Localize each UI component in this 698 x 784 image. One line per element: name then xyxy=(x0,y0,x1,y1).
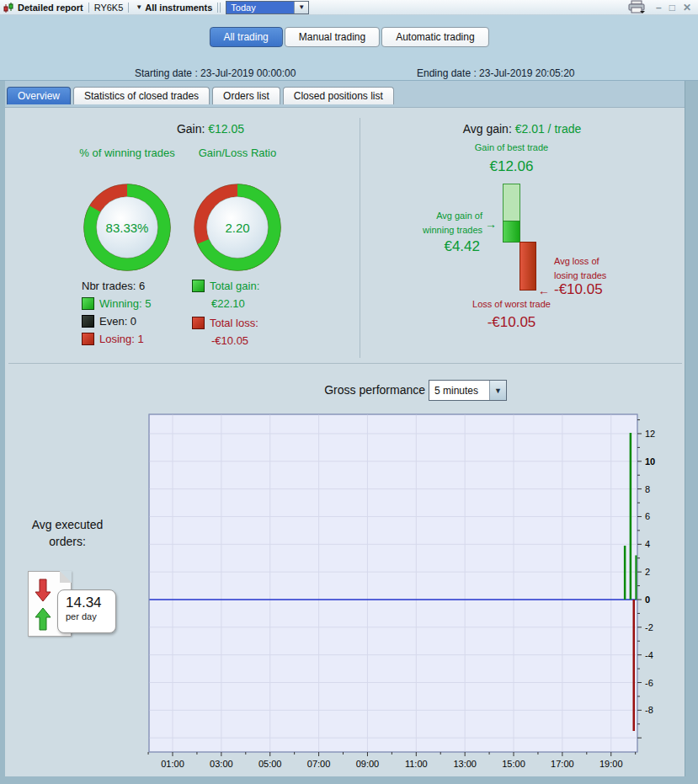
avg-gain-value: €2.01 / trade xyxy=(515,122,582,136)
interval-select-arrow-button[interactable]: ▼ xyxy=(489,381,506,400)
gain-label: Gain: xyxy=(177,122,205,136)
total-loss-swatch xyxy=(192,317,205,329)
tab-automatic-trading[interactable]: Automatic trading xyxy=(381,27,488,47)
tab-closed-positions[interactable]: Closed positions list xyxy=(283,87,394,104)
chevron-down-icon: ▼ xyxy=(298,3,305,11)
trades-legend: Nbr trades: 6 Winning: 5 Even: 0 Losing:… xyxy=(82,277,151,348)
avg-loss-label: Avg loss of losing trades xyxy=(554,254,621,282)
left-arrow-icon: ← xyxy=(538,284,550,297)
gain-summary: Gain: €12.05 xyxy=(76,122,345,136)
window-toolbar: Detailed report RY6K5 ▼ All instruments … xyxy=(0,0,698,15)
even-count: Even: 0 xyxy=(99,315,136,328)
svg-text:6: 6 xyxy=(645,511,650,521)
gain-loss-ratio-donut: 2.20 xyxy=(191,181,284,274)
losing-count: Losing: 1 xyxy=(99,333,144,345)
toolbar-divider xyxy=(88,3,89,13)
trading-mode-tabs: All trading Manual trading Automatic tra… xyxy=(209,27,488,47)
nbr-trades: Nbr trades: 6 xyxy=(82,277,151,295)
svg-text:10: 10 xyxy=(645,456,655,467)
even-swatch xyxy=(82,315,94,328)
avg-orders-label: Avg executed orders: xyxy=(25,516,109,551)
avg-win-label: Avg gain of winning trades xyxy=(408,209,482,237)
ratio-donut-title: Gain/Loss Ratio xyxy=(182,146,293,162)
interval-select[interactable]: 5 minutes ▼ xyxy=(429,380,507,401)
total-loss-value: -€10.05 xyxy=(211,332,259,349)
avg-win-value: €4.42 xyxy=(417,238,480,255)
best-trade-value: €12.06 xyxy=(446,158,577,175)
period-select-arrow-button[interactable]: ▼ xyxy=(294,2,308,13)
avg-loss-value: -€10.05 xyxy=(554,281,603,298)
close-button[interactable]: ✕ xyxy=(683,2,691,13)
candlestick-icon xyxy=(3,2,14,13)
worst-trade-value: -€10.05 xyxy=(446,314,577,331)
instruments-dropdown[interactable]: All instruments xyxy=(145,3,212,13)
panel-divider-vertical xyxy=(360,118,360,358)
avg-gain-summary: Avg gain: €2.01 / trade xyxy=(370,122,674,136)
avg-orders-box: 14.34 per day xyxy=(57,589,116,633)
svg-text:2: 2 xyxy=(645,567,650,577)
toolbar-divider xyxy=(217,3,218,13)
down-arrow-icon xyxy=(35,579,51,601)
window-frame-left xyxy=(0,81,5,784)
minimize-button[interactable]: – xyxy=(656,2,662,13)
winning-donut-value: 83.33% xyxy=(81,181,173,274)
winning-donut-title: % of winning trades xyxy=(72,146,183,162)
avg-orders-unit: per day xyxy=(66,611,115,621)
gross-performance-title: Gross performance xyxy=(210,383,425,397)
page-fold xyxy=(60,571,72,583)
svg-text:11:00: 11:00 xyxy=(405,759,428,769)
up-arrow-icon xyxy=(35,608,51,630)
tab-manual-trading[interactable]: Manual trading xyxy=(285,27,380,47)
header-panel: All trading Manual trading Automatic tra… xyxy=(0,15,698,81)
worst-trade-label: Loss of worst trade xyxy=(446,299,577,309)
window-title: Detailed report xyxy=(18,3,83,13)
svg-text:13:00: 13:00 xyxy=(453,759,477,769)
tab-overview[interactable]: Overview xyxy=(7,87,71,104)
instrument-code: RY6K5 xyxy=(94,3,124,13)
starting-date: Starting date : 23-Jul-2019 00:00:00 xyxy=(135,67,296,79)
gross-performance-chart: 121086420-2-4-6-801:0003:0005:0007:0009:… xyxy=(139,411,669,775)
svg-text:12: 12 xyxy=(645,429,655,439)
avg-win-bar xyxy=(503,221,520,243)
toolbar-divider xyxy=(128,3,129,13)
detailed-report-window: Detailed report RY6K5 ▼ All instruments … xyxy=(0,0,698,784)
panel-divider-horizontal xyxy=(8,363,682,364)
worst-trade-bar xyxy=(520,242,536,291)
chevron-down-icon: ▼ xyxy=(494,387,502,395)
svg-text:09:00: 09:00 xyxy=(356,759,380,769)
best-trade-label: Gain of best trade xyxy=(446,142,577,152)
interval-select-value[interactable]: 5 minutes xyxy=(429,381,489,400)
total-gain-label: Total gain: xyxy=(210,280,259,292)
svg-text:-8: -8 xyxy=(645,705,653,715)
svg-text:17:00: 17:00 xyxy=(551,759,574,769)
svg-text:15:00: 15:00 xyxy=(502,759,525,769)
gain-value: €12.05 xyxy=(208,122,244,136)
window-frame-right xyxy=(685,81,698,784)
winning-count: Winning: 5 xyxy=(99,297,151,310)
svg-text:0: 0 xyxy=(645,595,650,605)
printer-icon xyxy=(627,0,647,14)
svg-text:-2: -2 xyxy=(645,622,653,632)
tab-orders-list[interactable]: Orders list xyxy=(212,87,280,104)
right-arrow-icon: → xyxy=(485,217,497,231)
window-frame-bottom xyxy=(0,776,698,784)
avg-gain-label: Avg gain: xyxy=(463,122,512,136)
svg-text:-4: -4 xyxy=(645,650,653,660)
maximize-button[interactable]: □ xyxy=(669,2,675,13)
svg-text:01:00: 01:00 xyxy=(161,759,184,769)
totals-legend: Total gain: €22.10 Total loss: -€10.05 xyxy=(192,277,259,349)
tab-all-trading[interactable]: All trading xyxy=(209,27,282,47)
total-loss-label: Total loss: xyxy=(210,317,258,329)
svg-text:4: 4 xyxy=(645,539,650,549)
total-gain-swatch xyxy=(192,280,205,292)
period-select[interactable]: Today ▼ xyxy=(226,1,309,14)
tab-statistics[interactable]: Statistics of closed trades xyxy=(73,87,210,104)
svg-text:8: 8 xyxy=(645,484,650,494)
winning-trades-donut: 83.33% xyxy=(81,181,173,274)
period-select-value[interactable]: Today xyxy=(226,2,294,13)
print-button[interactable] xyxy=(627,0,647,14)
losing-swatch xyxy=(82,333,94,345)
ending-date: Ending date : 23-Jul-2019 20:05:20 xyxy=(417,67,574,79)
svg-text:05:00: 05:00 xyxy=(258,759,282,769)
window-controls: – □ ✕ xyxy=(656,2,691,13)
